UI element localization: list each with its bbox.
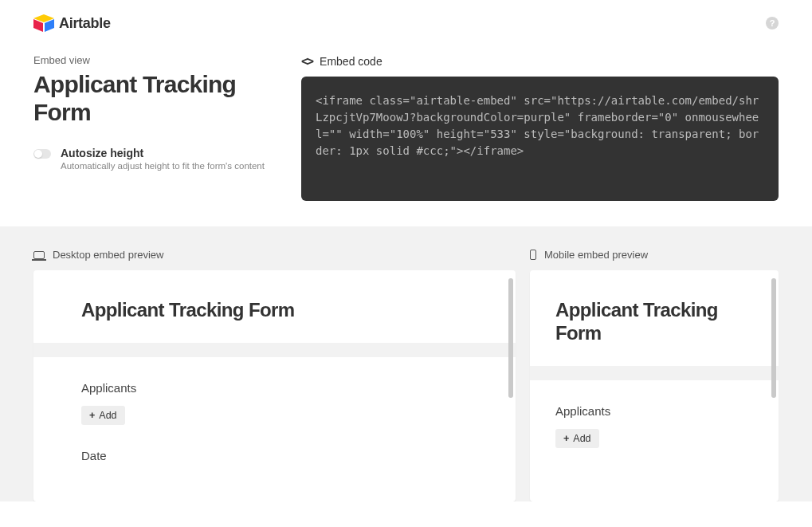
- form-title: Applicant Tracking Form: [81, 299, 468, 322]
- scrollbar[interactable]: [771, 278, 776, 398]
- help-icon[interactable]: ?: [766, 17, 779, 29]
- embed-code-block[interactable]: <iframe class="airtable-embed" src="http…: [301, 77, 779, 201]
- plus-icon: +: [89, 410, 95, 421]
- brand-name: Airtable: [59, 15, 111, 32]
- scrollbar[interactable]: [508, 278, 513, 398]
- autosize-label: Autosize height: [61, 147, 265, 159]
- code-icon: <>: [301, 54, 312, 69]
- field-applicants-label-mobile: Applicants: [555, 404, 753, 418]
- field-date-label: Date: [81, 449, 468, 462]
- add-applicant-button[interactable]: + Add: [81, 406, 125, 425]
- brand-logo[interactable]: Airtable: [33, 14, 111, 32]
- add-applicant-button-mobile[interactable]: + Add: [555, 429, 599, 448]
- desktop-preview-label: Desktop embed preview: [53, 249, 163, 261]
- eyebrow-label: Embed view: [33, 54, 273, 66]
- airtable-logo-icon: [33, 14, 54, 32]
- phone-icon: [530, 250, 536, 260]
- autosize-toggle[interactable]: [33, 149, 51, 159]
- mobile-preview-frame: Applicant Tracking Form Applicants + Add: [530, 270, 779, 501]
- page-title: Applicant Tracking Form: [33, 71, 273, 126]
- plus-icon: +: [563, 433, 569, 444]
- field-applicants-label: Applicants: [81, 381, 468, 395]
- form-title-mobile: Applicant Tracking Form: [555, 299, 753, 345]
- autosize-description: Automatically adjust height to fit the f…: [61, 161, 265, 171]
- embed-code-label: Embed code: [320, 55, 382, 68]
- desktop-preview-frame: Applicant Tracking Form Applicants + Add…: [33, 270, 516, 501]
- mobile-preview-label: Mobile embed preview: [544, 249, 648, 261]
- laptop-icon: [33, 251, 45, 259]
- add-label: Add: [99, 410, 116, 421]
- add-label-mobile: Add: [573, 433, 590, 444]
